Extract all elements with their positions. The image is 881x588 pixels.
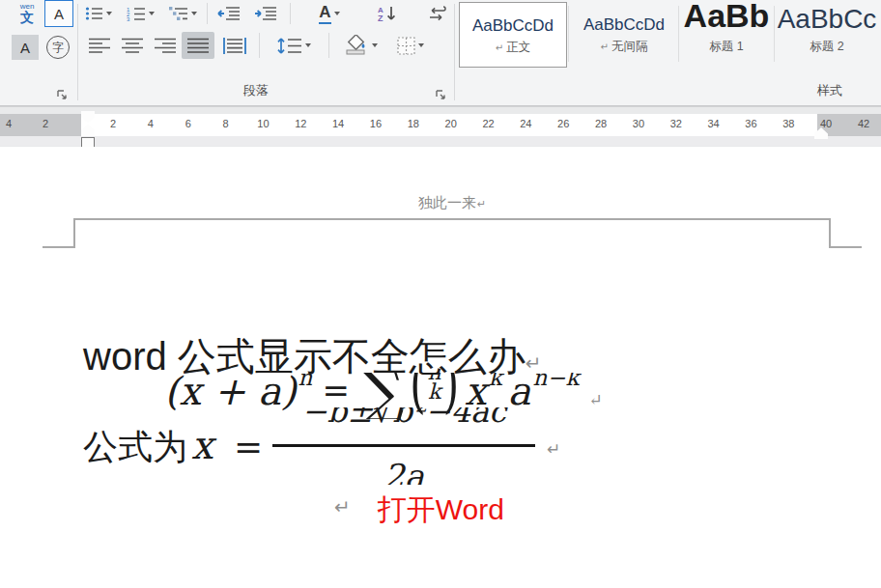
multilevel-list-button[interactable] — [164, 2, 201, 25]
enclose-character-icon: 字 — [46, 36, 70, 59]
dialog-launcher-icon — [56, 89, 68, 100]
paragraph-dialog-launcher[interactable] — [435, 89, 448, 102]
binomial-coefficient: n k — [428, 373, 441, 402]
enclose-character-button[interactable]: 字 — [44, 35, 71, 60]
borders-button[interactable] — [388, 32, 433, 59]
borders-caret[interactable] — [418, 43, 424, 47]
style-sample: AaBb — [684, 2, 770, 35]
borders-icon — [397, 37, 415, 55]
increase-indent-icon — [254, 6, 277, 21]
style-name: 标题 2 — [777, 39, 877, 55]
quadratic-prefix: 公式为 — [83, 424, 187, 471]
ruler-lower-strip — [0, 136, 881, 146]
header-boundary-line — [73, 218, 831, 220]
style-sample: AaBbCcDd — [472, 16, 554, 36]
fraction-numerator: −b±√b²−4ac — [272, 407, 535, 430]
decrease-indent-button[interactable] — [214, 2, 243, 25]
numbering-icon: 123 — [127, 6, 146, 21]
numbering-caret[interactable] — [149, 12, 155, 15]
header-text: 独此一来↵ — [355, 194, 549, 212]
asian-layout-caret[interactable] — [334, 12, 340, 15]
pilcrow-mark: ↵ — [477, 198, 486, 210]
style-separator — [568, 6, 569, 62]
pilcrow-mark: ↵ — [334, 496, 351, 518]
asian-layout-icon: A — [319, 3, 330, 24]
equals-sign: = — [234, 427, 263, 466]
equals-sign: = — [322, 373, 350, 409]
quadratic-variable: x — [191, 423, 213, 467]
sort-button[interactable]: A Z — [369, 2, 408, 25]
distribute-icon — [222, 38, 247, 54]
justify-icon — [187, 38, 209, 54]
style-card-heading1[interactable]: AaBb 标题 1 — [681, 2, 772, 66]
character-border-button[interactable]: A — [44, 0, 73, 27]
body-line-red: ↵打开Word — [334, 490, 504, 530]
style-card-no-spacing[interactable]: AaBbCcDd ↵无间隔 — [571, 2, 677, 66]
pilcrow-mark: ↵ — [526, 352, 542, 374]
fraction-bar — [272, 444, 535, 447]
style-card-heading2[interactable]: AaBbCc 标题 2 — [777, 2, 877, 66]
word-window: wen 文 A A 字 — [0, 0, 881, 588]
style-card-normal[interactable]: AaBbCcDd ↵正文 — [459, 2, 567, 68]
dialog-launcher-icon — [435, 89, 446, 100]
horizontal-ruler[interactable]: 4224681012141618202224262830323436384042 — [0, 106, 881, 148]
term-x-exp: k — [489, 373, 502, 390]
header-corner-right — [829, 218, 862, 248]
style-sample: AaBbCc — [778, 4, 877, 35]
asian-layout-button[interactable]: A — [307, 2, 352, 25]
pilcrow-mark: ↵ — [547, 439, 560, 460]
svg-text:3: 3 — [127, 16, 130, 21]
group-divider — [454, 4, 455, 100]
shading-icon — [344, 35, 369, 56]
phonetic-guide-button[interactable]: wen 文 — [12, 0, 43, 27]
character-shading-button[interactable]: A — [12, 35, 39, 60]
align-left-button[interactable] — [85, 32, 114, 59]
bullets-icon — [85, 6, 103, 21]
style-name: 标题 1 — [681, 39, 772, 55]
align-right-icon — [155, 38, 176, 54]
style-name: ↵无间隔 — [571, 39, 677, 55]
justify-button[interactable] — [182, 32, 214, 59]
style-sample: AaBbCcDd — [583, 15, 665, 35]
phonetic-char-label: 文 — [20, 11, 34, 24]
document-page[interactable]: 独此一来↵ word 公式显示不全怎么办↵ (x + a) n = ∑ ( n … — [0, 147, 881, 588]
style-name: ↵正文 — [460, 40, 566, 56]
header-corner-left — [43, 218, 75, 248]
button-divider — [207, 3, 208, 24]
paragraph-group-label: 段落 — [243, 82, 269, 99]
character-shading-label: A — [20, 40, 30, 56]
bullets-button[interactable] — [81, 2, 116, 25]
multilevel-caret[interactable] — [191, 12, 197, 15]
line-spacing-button[interactable] — [270, 32, 317, 59]
binomial-exponent: n — [298, 373, 313, 390]
show-hide-marks-button[interactable] — [423, 2, 452, 25]
ribbon: wen 文 A A 字 — [0, 0, 881, 106]
button-divider — [290, 3, 291, 24]
numbering-button[interactable]: 123 — [122, 2, 158, 25]
fraction-denominator: 2a — [272, 457, 535, 485]
button-divider — [259, 33, 260, 58]
group-divider — [77, 4, 78, 100]
paragraph-marks-toggle-icon — [428, 5, 447, 22]
shading-caret[interactable] — [372, 43, 378, 47]
character-border-label: A — [54, 6, 64, 22]
sort-icon: A Z — [377, 5, 400, 22]
line-spacing-caret[interactable] — [305, 43, 311, 47]
style-separator — [774, 6, 775, 62]
svg-text:Z: Z — [378, 14, 384, 22]
styles-group-label: 样式 — [817, 82, 842, 99]
font-dialog-launcher[interactable] — [56, 89, 70, 102]
line-spacing-icon — [277, 37, 302, 55]
formula-quadratic-line: 公式为 x = −b±√b²−4ac 2a ↵ — [81, 407, 603, 485]
decrease-indent-icon — [217, 6, 241, 21]
align-left-icon — [89, 38, 110, 54]
increase-indent-button[interactable] — [249, 2, 282, 25]
term-a-exp: n−k — [532, 373, 579, 390]
bullets-caret[interactable] — [106, 12, 112, 15]
distribute-button[interactable] — [218, 32, 251, 59]
align-right-button[interactable] — [151, 32, 180, 59]
shading-button[interactable] — [338, 32, 383, 59]
pilcrow-mark: ↵ — [589, 390, 603, 409]
style-separator — [678, 6, 679, 62]
align-center-button[interactable] — [118, 32, 147, 59]
